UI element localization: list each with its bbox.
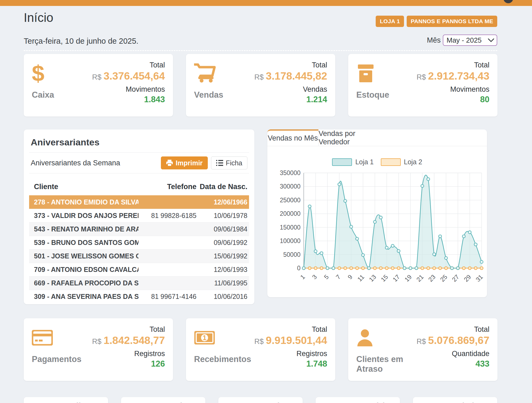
svg-text:23: 23: [427, 273, 437, 283]
table-row[interactable]: 501 - JOSE WELISSON GOMES OLIVEIR...15/0…: [29, 249, 249, 263]
legend-label: Loja 2: [404, 158, 422, 166]
svg-text:19: 19: [403, 273, 413, 283]
mini-card-label: Clientes: [29, 401, 103, 403]
svg-text:29: 29: [462, 273, 472, 283]
total-value: R$1.842.548,77: [86, 335, 165, 346]
svg-text:350000: 350000: [280, 169, 300, 176]
total-label: Total: [417, 325, 489, 334]
svg-text:200000: 200000: [280, 210, 300, 217]
cart-icon: [194, 61, 248, 86]
svg-text:9: 9: [346, 273, 354, 281]
birthdate-cell: 12/06/1993: [196, 266, 249, 274]
sub-value: 80: [410, 95, 489, 104]
chart-tabs: Vendas no Mês Vendas por Vendedor: [267, 129, 487, 146]
imprimir-button[interactable]: Imprimir: [161, 156, 208, 169]
birthdays-table: Cliente Telefone Data de Nasc. 278 - ANT…: [29, 180, 249, 303]
legend-item-loja-1[interactable]: Loja 1: [332, 158, 374, 166]
legend-label: Loja 1: [355, 158, 374, 166]
birthdays-table-header: Cliente Telefone Data de Nasc.: [29, 180, 249, 195]
summary-cards-row-2: Pagamentos Total R$1.842.548,77 Registro…: [24, 318, 498, 381]
svg-text:5: 5: [323, 273, 330, 281]
svg-text:50000: 50000: [283, 251, 300, 258]
card-title: Recebimentos: [194, 354, 251, 364]
card-caixa[interactable]: $ Caixa Total R$3.376.454,64 Movimentos …: [24, 54, 173, 117]
birthdate-cell: 09/06/1984: [196, 225, 249, 233]
aniversariantes-subtitle: Aniversariantes da Semana: [31, 159, 161, 167]
mini-card-label: Vendedores: [418, 401, 492, 403]
table-row[interactable]: 543 - RENATO MARINHO DE ARAUJO (F...09/0…: [29, 222, 249, 236]
svg-text:0: 0: [297, 265, 300, 272]
legend-swatch: [381, 158, 401, 166]
legend-item-loja-2[interactable]: Loja 2: [381, 158, 422, 166]
company-badge[interactable]: PANNOS E PANNOS LTDA ME: [407, 16, 497, 27]
svg-text:300000: 300000: [280, 183, 300, 190]
month-select[interactable]: May - 2025: [443, 35, 497, 46]
card-title: Caixa: [32, 90, 86, 100]
sub-label: Movimentos: [410, 85, 489, 94]
birthdate-cell: 09/06/1992: [196, 239, 249, 247]
client-cell: 543 - RENATO MARINHO DE ARAUJO (F...: [29, 225, 139, 233]
card-title: Clientes em Atraso: [356, 354, 417, 374]
card-title: Estoque: [356, 90, 410, 100]
table-row[interactable]: 709 - ANTONIO EDSON CAVALCANTE D...12/06…: [29, 263, 249, 276]
table-row[interactable]: 373 - VALDIR DOS ANJOS PEREIRA (AN...81 …: [29, 209, 249, 222]
user-icon: [356, 325, 417, 350]
top-bar: [0, 0, 532, 6]
mini-card-produtos[interactable]: Produtos: [121, 397, 205, 403]
dollar-icon: $: [32, 61, 86, 86]
sub-value: 1.748: [251, 359, 327, 369]
aniversariantes-title: Aniversariantes: [29, 135, 249, 153]
svg-text:15: 15: [379, 273, 389, 283]
sub-label: Quantidade: [417, 350, 489, 358]
svg-text:25: 25: [439, 273, 448, 283]
birthdays-table-body: 278 - ANTONIO EMIDIO DA SILVA (PALE...12…: [29, 195, 249, 303]
mini-card-clientes[interactable]: Clientes: [24, 397, 108, 403]
table-row[interactable]: 539 - BRUNO DOS SANTOS GOMES09/06/1992: [29, 236, 249, 249]
svg-text:1: 1: [203, 334, 206, 342]
svg-text:17: 17: [391, 273, 401, 283]
total-value: R$5.076.869,67: [417, 335, 489, 346]
birthdate-cell: 10/06/1978: [196, 212, 249, 220]
client-cell: 709 - ANTONIO EDSON CAVALCANTE D...: [29, 266, 139, 274]
table-row[interactable]: 309 - ANA SEVERINA PAES DA SILVA81 99671…: [29, 290, 249, 303]
mini-card-vendedores[interactable]: Vendedores: [413, 397, 497, 403]
client-cell: 501 - JOSE WELISSON GOMES OLIVEIR...: [29, 252, 139, 260]
list-icon: [216, 160, 223, 166]
birthdate-cell: 15/06/1992: [196, 252, 249, 260]
phone-cell: 81 99828-6185: [139, 212, 196, 220]
table-row[interactable]: 278 - ANTONIO EMIDIO DA SILVA (PALE...12…: [29, 195, 249, 209]
client-cell: 278 - ANTONIO EMIDIO DA SILVA (PALE...: [29, 198, 139, 206]
card-vendas[interactable]: Vendas Total R$3.178.445,82 Vendas 1.214: [186, 54, 335, 117]
mini-card-label: Fornecedores: [224, 401, 297, 403]
tab-vendas-no-mes[interactable]: Vendas no Mês: [267, 129, 319, 146]
svg-text:21: 21: [415, 273, 425, 283]
mini-card-usuários[interactable]: Usuários: [316, 397, 400, 403]
column-telefone: Telefone: [139, 183, 196, 191]
total-value: R$9.919.501,44: [251, 335, 327, 346]
card-title: Pagamentos: [32, 354, 86, 364]
month-control: Mês May - 2025: [427, 35, 497, 46]
card-pagamentos[interactable]: Pagamentos Total R$1.842.548,77 Registro…: [24, 318, 173, 381]
chart-legend: Loja 1Loja 2: [267, 158, 487, 166]
client-cell: 309 - ANA SEVERINA PAES DA SILVA: [29, 293, 139, 300]
sales-chart-panel: Vendas no Mês Vendas por Vendedor Loja 1…: [267, 129, 487, 297]
sub-label: Registros: [86, 350, 165, 358]
aniversariantes-panel: Aniversariantes Aniversariantes da Seman…: [24, 129, 254, 304]
card-estoque[interactable]: Estoque Total R$2.912.734,43 Movimentos …: [348, 54, 498, 117]
mini-card-label: Usuários: [321, 401, 395, 403]
sub-value: 1.214: [248, 95, 327, 104]
store-badge[interactable]: LOJA 1: [376, 16, 404, 27]
svg-text:27: 27: [451, 273, 460, 283]
tab-vendas-por-vendedor[interactable]: Vendas por Vendedor: [319, 129, 385, 146]
mini-card-label: Produtos: [126, 401, 200, 403]
total-value: R$3.376.454,64: [86, 70, 165, 82]
table-row[interactable]: 669 - RAFAELA PROCOPIO DA SILVA CA...11/…: [29, 276, 249, 290]
birthdate-cell: 12/06/1966: [196, 198, 249, 206]
card-clientes-em-atraso[interactable]: Clientes em Atraso Total R$5.076.869,67 …: [348, 318, 498, 381]
mini-card-fornecedores[interactable]: Fornecedores: [218, 397, 303, 403]
legend-swatch: [332, 158, 352, 166]
card-recebimentos[interactable]: 1 Recebimentos Total R$9.919.501,44 Regi…: [186, 318, 335, 381]
header-badges: LOJA 1 PANNOS E PANNOS LTDA ME: [376, 16, 497, 27]
sub-value: 126: [86, 359, 165, 369]
ficha-button[interactable]: Ficha: [211, 156, 247, 169]
